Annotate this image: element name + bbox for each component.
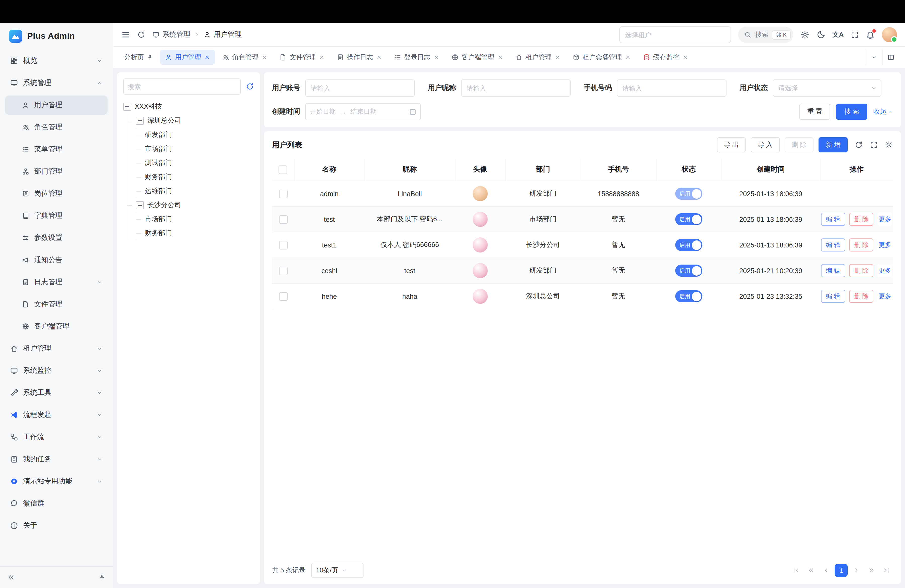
select-all-checkbox[interactable] — [279, 165, 287, 174]
sidebar-item-system-tools[interactable]: 系统工具 — [5, 383, 108, 402]
status-toggle[interactable]: 启用 — [675, 265, 702, 277]
tab-role-management[interactable]: 角色管理 — [217, 50, 273, 65]
add-button[interactable]: 新 增 — [819, 137, 848, 153]
delete-button[interactable]: 删 除 — [785, 137, 814, 153]
sidebar-item-menu-management[interactable]: 菜单管理 — [5, 140, 108, 159]
sidebar-item-log-management[interactable]: 日志管理 — [5, 273, 108, 292]
sidebar-item-tenant-management[interactable]: 租户管理 — [5, 339, 108, 358]
reset-button[interactable]: 重 置 — [799, 103, 830, 120]
tree-node-dept[interactable]: 市场部门 — [136, 142, 254, 156]
row-checkbox[interactable] — [279, 241, 287, 249]
sidebar-item-file-management[interactable]: 文件管理 — [5, 295, 108, 314]
sidebar-item-demo-features[interactable]: 演示站专用功能 — [5, 472, 108, 491]
sidebar-item-dict-management[interactable]: 字典管理 — [5, 206, 108, 225]
tab-tenant-package-management[interactable]: 租户套餐管理 — [568, 50, 636, 65]
tree-collapse-icon[interactable] — [123, 103, 131, 111]
row-checkbox[interactable] — [279, 189, 287, 198]
nickname-input[interactable] — [461, 79, 571, 97]
sidebar-item-workflow[interactable]: 工作流 — [5, 427, 108, 447]
sidebar-item-about[interactable]: 关于 — [5, 516, 108, 535]
row-checkbox[interactable] — [279, 266, 287, 275]
tree-node-dept[interactable]: 研发部门 — [136, 128, 254, 142]
tenant-select-input[interactable] — [619, 26, 731, 43]
tree-search-input[interactable] — [123, 78, 241, 95]
sidebar-item-my-tasks[interactable]: 我的任务 — [5, 450, 108, 469]
last-page-button[interactable] — [880, 564, 893, 577]
tree-node-dept[interactable]: 市场部门 — [136, 212, 254, 226]
tree-refresh-icon[interactable] — [246, 83, 254, 91]
app-logo[interactable]: Plus Admin — [0, 23, 113, 49]
sidebar-item-role-management[interactable]: 角色管理 — [5, 118, 108, 137]
collapse-sidebar-icon[interactable] — [7, 574, 15, 582]
delete-row-button[interactable]: 删 除 — [849, 290, 873, 303]
sidebar-item-wechat-group[interactable]: 微信群 — [5, 494, 108, 513]
next-page-button[interactable] — [850, 564, 863, 577]
page-size-select[interactable]: 10条/页 — [311, 563, 364, 578]
date-range-picker[interactable]: 开始日期 → 结束日期 — [305, 103, 421, 120]
tree-node-dept[interactable]: 测试部门 — [136, 156, 254, 170]
close-icon[interactable] — [625, 54, 631, 60]
close-icon[interactable] — [376, 54, 382, 60]
more-button[interactable]: 更多 — [878, 290, 892, 303]
sidebar-item-client-management[interactable]: 客户端管理 — [5, 317, 108, 336]
status-select[interactable]: 请选择 — [773, 79, 881, 97]
account-input[interactable] — [305, 79, 415, 97]
tree-node-branch[interactable]: 长沙分公司 — [127, 198, 254, 212]
page-number-1[interactable]: 1 — [835, 564, 848, 577]
tab-client-management[interactable]: 客户端管理 — [446, 50, 508, 65]
delete-row-button[interactable]: 删 除 — [849, 238, 873, 251]
moon-icon[interactable] — [816, 30, 825, 39]
close-icon[interactable] — [682, 54, 688, 60]
edit-button[interactable]: 编 辑 — [821, 213, 845, 226]
sidebar-item-system-management[interactable]: 系统管理 — [5, 73, 108, 92]
row-checkbox[interactable] — [279, 292, 287, 300]
import-button[interactable]: 导 入 — [751, 137, 780, 153]
sidebar-item-overview[interactable]: 概览 — [5, 51, 108, 70]
status-toggle[interactable]: 启用 — [675, 290, 702, 302]
pin-sidebar-icon[interactable] — [98, 574, 106, 581]
more-button[interactable]: 更多 — [878, 213, 892, 226]
fullscreen-table-icon[interactable] — [870, 141, 878, 149]
tree-node-dept[interactable]: 财务部门 — [136, 170, 254, 184]
bell-icon[interactable] — [866, 30, 875, 39]
tab-analysis[interactable]: 分析页 — [119, 50, 158, 65]
pin-icon[interactable] — [147, 54, 153, 60]
close-icon[interactable] — [433, 54, 440, 60]
close-icon[interactable] — [204, 54, 210, 60]
edit-button[interactable]: 编 辑 — [821, 264, 845, 277]
search-button[interactable]: 搜 索 — [837, 103, 867, 120]
close-icon[interactable] — [554, 54, 560, 60]
tab-cache-monitor[interactable]: 缓存监控 — [638, 50, 693, 65]
tab-login-log[interactable]: 登录日志 — [389, 50, 445, 65]
first-page-button[interactable] — [789, 564, 802, 577]
collapse-filters-link[interactable]: 收起 — [873, 107, 893, 116]
phone-input[interactable] — [617, 79, 727, 97]
breadcrumb-user-management[interactable]: 用户管理 — [204, 30, 242, 39]
refresh-page-icon[interactable] — [137, 31, 145, 39]
delete-row-button[interactable]: 删 除 — [849, 264, 873, 277]
sidebar-item-post-management[interactable]: 岗位管理 — [5, 184, 108, 203]
tab-tenant-management[interactable]: 租户管理 — [510, 50, 566, 65]
sidebar-item-param-settings[interactable]: 参数设置 — [5, 228, 108, 248]
export-button[interactable]: 导 出 — [717, 137, 746, 153]
sidebar-item-user-management[interactable]: 用户管理 — [5, 95, 108, 115]
language-icon[interactable]: 文A — [832, 30, 844, 39]
tree-node-company-root[interactable]: XXX科技 — [123, 100, 254, 114]
row-checkbox[interactable] — [279, 215, 287, 224]
tab-file-management[interactable]: 文件管理 — [275, 50, 330, 65]
status-toggle[interactable]: 启用 — [675, 188, 702, 200]
tab-user-management[interactable]: 用户管理 — [160, 50, 215, 65]
status-toggle[interactable]: 启用 — [675, 213, 702, 225]
edit-button[interactable]: 编 辑 — [821, 290, 845, 303]
refresh-table-icon[interactable] — [855, 141, 863, 149]
global-search[interactable]: 搜索 ⌘ K — [738, 27, 793, 43]
tree-node-branch[interactable]: 深圳总公司 — [127, 114, 254, 128]
jump-forward-button[interactable] — [865, 564, 878, 577]
gear-icon[interactable] — [800, 30, 809, 39]
close-icon[interactable] — [319, 54, 325, 60]
hamburger-menu-icon[interactable] — [121, 30, 130, 39]
sidebar-item-system-monitor[interactable]: 系统监控 — [5, 361, 108, 380]
tree-node-dept[interactable]: 运维部门 — [136, 184, 254, 198]
more-button[interactable]: 更多 — [878, 238, 892, 251]
close-icon[interactable] — [262, 54, 267, 60]
